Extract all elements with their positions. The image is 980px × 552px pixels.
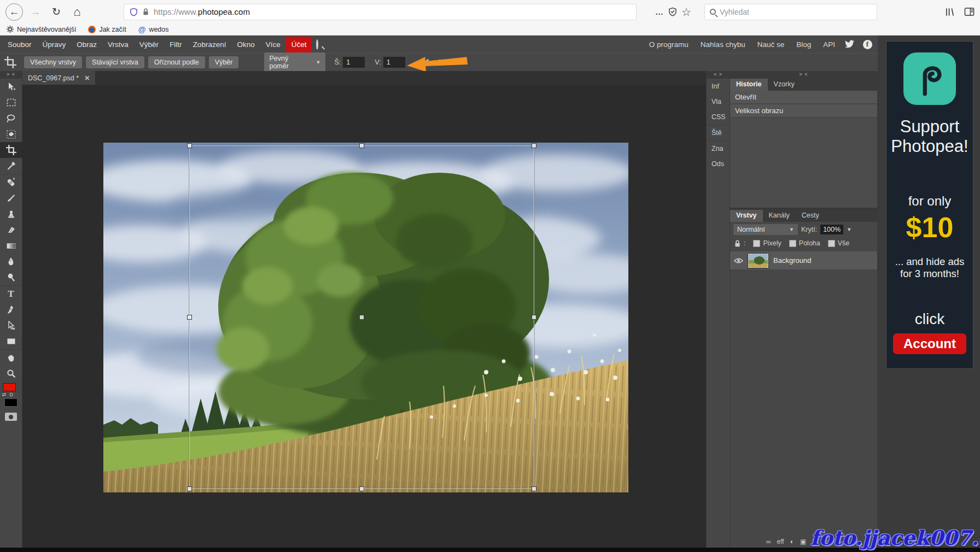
bookmark-most-visited[interactable]: Nejnavštěvovanější [7,26,76,33]
reload-icon[interactable]: ↻ [48,4,65,20]
menu-nauc-se[interactable]: Nauč se [752,37,790,52]
tab-historie[interactable]: Historie [730,79,768,91]
marquee-tool[interactable] [0,95,22,110]
menu-filtr[interactable]: Filtr [164,37,188,52]
eye-icon[interactable] [734,257,743,264]
foreground-color-swatch[interactable] [3,383,16,391]
quick-selection-tool[interactable] [0,126,22,142]
swap-colors-icon[interactable]: ⇄ D [2,392,15,397]
layer-effects-icon[interactable]: eff [777,538,784,545]
address-bar[interactable]: https://www.photopea.com [124,4,637,20]
lock-position-checkbox[interactable] [789,240,796,247]
clone-stamp-tool[interactable] [0,206,22,222]
menu-vyber[interactable]: Výběr [134,37,164,52]
layer-row-background[interactable]: Background [730,251,877,269]
quick-mask-icon[interactable] [5,413,17,421]
color-swatches[interactable]: ⇄ D [0,383,22,408]
move-tool[interactable] [0,79,22,95]
toolbar-collapse[interactable]: > < [0,71,22,79]
blur-tool[interactable] [0,254,22,269]
healing-brush-tool[interactable] [0,174,22,190]
bookmark-get-started[interactable]: Jak začít [88,26,126,33]
panel-tab-znaky[interactable]: Zna [707,141,730,156]
menu-zobrazeni[interactable]: Zobrazení [188,37,232,52]
tab-kanaly[interactable]: Kanály [763,210,796,222]
zoom-tool[interactable] [0,366,22,381]
strip-collapse[interactable]: < > [707,71,730,79]
crop-handle-s[interactable] [359,486,364,491]
document-tab[interactable]: DSC_0967.psd * ✕ [22,71,95,85]
ratio-dropdown[interactable]: Pevný poměr ▼ [264,52,325,72]
tab-vrstvy[interactable]: Vrstvy [730,210,763,222]
all-layers-button[interactable]: Všechny vrstvy [24,56,82,68]
crop-handle-n[interactable] [359,143,364,148]
adjustment-icon[interactable]: ◐ [790,538,794,545]
hand-tool[interactable] [0,350,22,366]
crop-selection[interactable] [189,145,534,489]
link-layers-icon[interactable]: ∞ [766,538,771,545]
crop-handle-e[interactable] [532,315,536,320]
menu-okno[interactable]: Okno [231,37,260,52]
lock-all-checkbox[interactable] [828,240,835,247]
menu-ucet[interactable]: Účet [286,37,312,52]
crop-handle-ne[interactable] [532,143,536,148]
menu-nahlas-chybu[interactable]: Nahlas chybu [695,37,751,52]
opacity-input[interactable] [820,225,843,234]
crop-handle-se[interactable] [532,486,536,491]
home-icon[interactable]: ⌂ [69,4,85,20]
opacity-caret-icon[interactable]: ▼ [847,227,851,232]
back-icon[interactable]: ← [5,3,23,21]
bookmark-wedos[interactable]: @ wedos [138,25,169,34]
crop-by-button[interactable]: Oříznout podle [148,56,205,68]
gradient-tool[interactable] [0,238,22,254]
background-color-swatch[interactable] [4,398,18,407]
protections-shield-icon[interactable] [668,7,677,16]
crop-handle-center[interactable] [359,315,364,320]
eyedropper-tool[interactable] [0,158,22,174]
menu-vice[interactable]: Více [260,37,286,52]
eraser-tool[interactable] [0,222,22,238]
url-text[interactable]: https://www.photopea.com [154,7,250,16]
menu-api[interactable]: API [818,37,841,52]
menubar-search[interactable] [316,40,318,49]
twitter-icon[interactable] [845,39,855,49]
forward-icon[interactable]: → [27,4,44,20]
bookmark-star-icon[interactable]: ☆ [681,5,691,19]
dodge-tool[interactable] [0,269,22,285]
panel-tab-vlastnosti[interactable]: Vla [707,94,730,109]
lasso-tool[interactable] [0,110,22,126]
account-button[interactable]: Account [893,333,966,354]
lock-pixels-checkbox[interactable] [753,240,760,247]
crop-handle-nw[interactable] [187,143,192,148]
menu-soubor[interactable]: Soubor [2,37,37,52]
current-layer-button[interactable]: Stávající vrstva [86,56,144,68]
layer-mask-icon[interactable]: ▣ [800,538,806,545]
support-ad[interactable]: Support Photopea! for only $10 ... and h… [886,41,973,369]
menu-upravy[interactable]: Úpravy [37,37,72,52]
tracking-shield-icon[interactable] [130,8,138,16]
crop-handle-w[interactable] [187,315,192,320]
menu-o-programu[interactable]: O programu [644,37,694,52]
search-bar[interactable]: Vyhledat [704,4,877,20]
type-tool[interactable]: T [0,286,22,302]
close-icon[interactable]: ✕ [84,74,90,82]
history-step-open[interactable]: Otevřít [730,91,877,104]
canvas-area[interactable] [22,85,706,548]
crop-tool[interactable] [0,142,22,158]
tab-cesty[interactable]: Cesty [796,210,825,222]
layer-thumbnail[interactable] [748,254,768,268]
panel-tab-css[interactable]: CSS [707,109,730,125]
blend-mode-dropdown[interactable]: Normální ▼ [733,224,798,235]
tab-vzorky[interactable]: Vzorky [768,79,801,91]
page-actions-icon[interactable]: … [655,7,664,16]
selection-button[interactable]: Výběr [209,56,239,68]
shape-tool[interactable] [0,333,22,349]
crop-handle-sw[interactable] [187,486,192,491]
history-collapse[interactable]: > < [730,71,877,79]
height-input[interactable] [383,57,405,68]
panel-tab-odstavec[interactable]: Ods [707,156,730,172]
brush-tool[interactable] [0,190,22,206]
facebook-icon[interactable]: f [862,39,872,49]
history-step-image-size[interactable]: Velikost obrazu [730,104,877,118]
pen-tool[interactable] [0,302,22,318]
